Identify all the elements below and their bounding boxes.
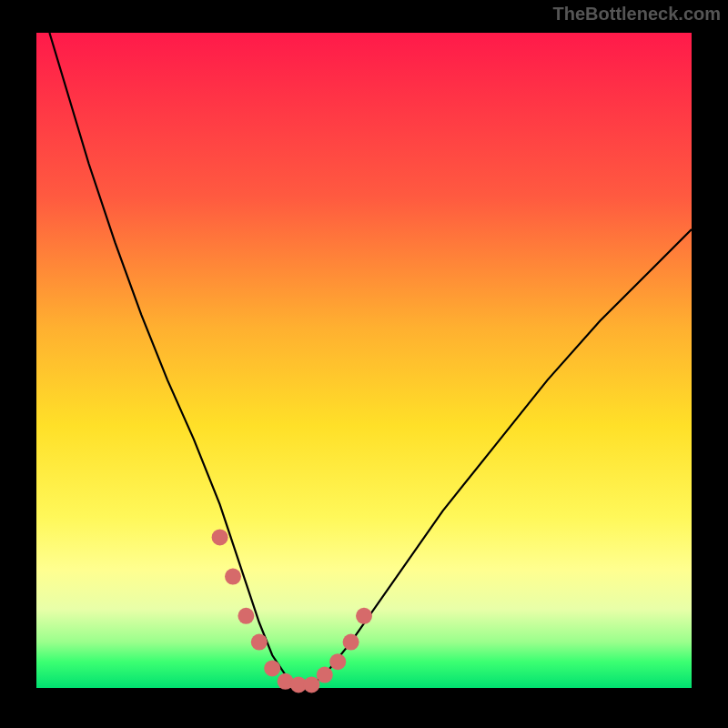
chart-overlay (36, 33, 692, 688)
curve-marker (317, 667, 333, 683)
curve-marker (356, 608, 372, 624)
curve-marker (212, 529, 228, 545)
curve-marker (329, 653, 346, 670)
bottleneck-curve (49, 33, 692, 684)
curve-marker (264, 660, 280, 676)
curve-marker (238, 608, 254, 624)
curve-marker (343, 634, 359, 651)
curve-marker (225, 569, 241, 585)
watermark-text: TheBottleneck.com (553, 4, 721, 25)
curve-marker (251, 634, 268, 651)
curve-marker (303, 676, 319, 693)
